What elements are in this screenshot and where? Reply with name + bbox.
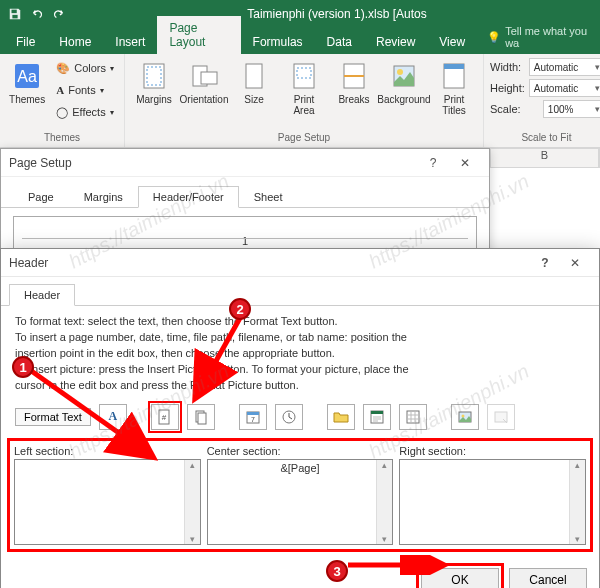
svg-rect-22 xyxy=(247,412,259,415)
scrollbar[interactable] xyxy=(184,460,200,544)
print-titles-button[interactable]: Print Titles xyxy=(431,56,477,122)
ribbon-tabs: File Home Insert Page Layout Formulas Da… xyxy=(0,28,600,54)
print-titles-icon xyxy=(438,60,470,92)
scale-spinner[interactable]: 100% xyxy=(543,100,600,118)
svg-rect-0 xyxy=(12,10,17,14)
insert-file-path-button[interactable] xyxy=(327,404,355,430)
page-setup-dialog: Page Setup ? ✕ Page Margins Header/Foote… xyxy=(0,148,490,259)
tab-data[interactable]: Data xyxy=(315,30,364,54)
size-icon xyxy=(238,60,270,92)
svg-rect-4 xyxy=(144,64,164,88)
center-section-input[interactable]: &[Page] xyxy=(207,459,394,545)
scale-label: Scale: xyxy=(490,103,521,115)
background-button[interactable]: Background xyxy=(381,56,427,122)
width-label: Width: xyxy=(490,61,521,73)
svg-line-31 xyxy=(30,370,150,455)
header-dialog-title: Header xyxy=(9,256,48,270)
close-button[interactable]: ✕ xyxy=(449,151,481,175)
page-setup-title: Page Setup xyxy=(9,156,72,170)
ps-tab-header-footer[interactable]: Header/Footer xyxy=(138,186,239,208)
effects-icon: ◯ xyxy=(56,106,68,119)
print-area-icon xyxy=(288,60,320,92)
svg-rect-16 xyxy=(444,64,464,69)
colors-button[interactable]: 🎨Colors▾ xyxy=(52,58,118,78)
document-title: Taimienphi (version 1).xlsb [Autos xyxy=(74,7,600,21)
tab-view[interactable]: View xyxy=(427,30,477,54)
tell-me-search[interactable]: 💡 Tell me what you wa xyxy=(477,20,600,54)
svg-line-32 xyxy=(197,318,240,395)
annotation-arrow-2 xyxy=(185,310,265,410)
colors-icon: 🎨 xyxy=(56,62,70,75)
svg-rect-26 xyxy=(371,411,383,414)
svg-point-14 xyxy=(397,69,403,75)
tab-file[interactable]: File xyxy=(4,30,47,54)
print-area-button[interactable]: Print Area xyxy=(281,56,327,122)
annotation-marker-2: 2 xyxy=(229,298,251,320)
margins-icon xyxy=(138,60,170,92)
breaks-button[interactable]: Breaks xyxy=(331,56,377,122)
insert-sheet-name-button[interactable] xyxy=(399,404,427,430)
cancel-button[interactable]: Cancel xyxy=(509,568,587,588)
col-header-b[interactable]: B xyxy=(491,149,599,167)
svg-rect-7 xyxy=(201,72,217,84)
svg-text:Aa: Aa xyxy=(17,68,37,85)
group-label-themes: Themes xyxy=(6,130,118,145)
close-button[interactable]: ✕ xyxy=(559,251,591,275)
size-button[interactable]: Size xyxy=(231,56,277,122)
help-button[interactable]: ? xyxy=(531,256,559,270)
right-section-label: Right section: xyxy=(399,445,586,457)
format-picture-button[interactable] xyxy=(487,404,515,430)
insert-picture-button[interactable] xyxy=(451,404,479,430)
scrollbar[interactable] xyxy=(569,460,585,544)
themes-icon: Aa xyxy=(11,60,43,92)
ribbon-body: Aa Themes 🎨Colors▾ AFonts▾ ◯Effects▾ The… xyxy=(0,54,600,148)
ps-tab-sheet[interactable]: Sheet xyxy=(239,186,298,208)
fonts-icon: A xyxy=(56,84,64,96)
svg-rect-8 xyxy=(246,64,262,88)
orientation-icon xyxy=(188,60,220,92)
svg-rect-1 xyxy=(12,15,17,19)
fonts-button[interactable]: AFonts▾ xyxy=(52,80,118,100)
ps-tab-margins[interactable]: Margins xyxy=(69,186,138,208)
header-tab[interactable]: Header xyxy=(9,284,75,306)
breaks-icon xyxy=(338,60,370,92)
tab-formulas[interactable]: Formulas xyxy=(241,30,315,54)
group-label-scale: Scale to Fit xyxy=(490,130,600,145)
tab-insert[interactable]: Insert xyxy=(103,30,157,54)
margins-button[interactable]: Margins xyxy=(131,56,177,122)
insert-time-button[interactable] xyxy=(275,404,303,430)
background-icon xyxy=(388,60,420,92)
tab-page-layout[interactable]: Page Layout xyxy=(157,16,240,54)
undo-icon[interactable] xyxy=(30,7,44,21)
annotation-marker-1: 1 xyxy=(12,356,34,378)
svg-rect-20 xyxy=(198,413,206,424)
themes-button[interactable]: Aa Themes xyxy=(6,56,48,122)
annotation-arrow-1 xyxy=(20,355,180,475)
annotation-arrow-3 xyxy=(340,555,460,575)
right-section-input[interactable] xyxy=(399,459,586,545)
tab-home[interactable]: Home xyxy=(47,30,103,54)
width-dropdown[interactable]: Automatic xyxy=(529,58,600,76)
svg-rect-27 xyxy=(407,411,419,423)
header-preview: 1 xyxy=(13,216,477,250)
effects-button[interactable]: ◯Effects▾ xyxy=(52,102,118,122)
height-dropdown[interactable]: Automatic xyxy=(529,79,600,97)
save-icon[interactable] xyxy=(8,7,22,21)
orientation-button[interactable]: Orientation xyxy=(181,56,227,122)
annotation-marker-3: 3 xyxy=(326,560,348,582)
ps-tab-page[interactable]: Page xyxy=(13,186,69,208)
lightbulb-icon: 💡 xyxy=(487,31,501,44)
svg-text:7: 7 xyxy=(251,416,255,423)
insert-file-name-button[interactable] xyxy=(363,404,391,430)
scrollbar[interactable] xyxy=(376,460,392,544)
group-label-page-setup: Page Setup xyxy=(131,130,477,145)
help-button[interactable]: ? xyxy=(417,151,449,175)
height-label: Height: xyxy=(490,82,525,94)
redo-icon[interactable] xyxy=(52,7,66,21)
tab-review[interactable]: Review xyxy=(364,30,427,54)
center-section-label: Center section: xyxy=(207,445,394,457)
